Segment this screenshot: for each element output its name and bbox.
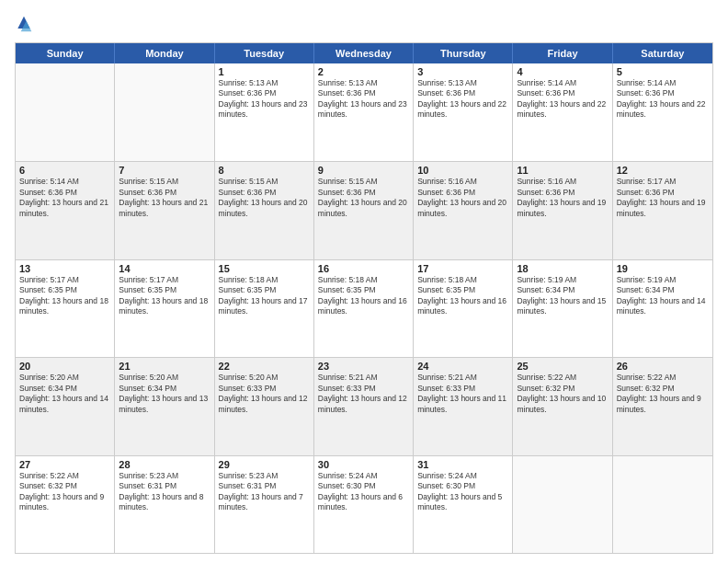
header-day-thursday: Thursday <box>414 43 513 63</box>
cal-cell <box>513 456 612 553</box>
cell-details: Sunrise: 5:19 AMSunset: 6:34 PMDaylight:… <box>617 275 709 317</box>
cal-cell: 11Sunrise: 5:16 AMSunset: 6:36 PMDayligh… <box>513 162 612 259</box>
cell-details: Sunrise: 5:14 AMSunset: 6:36 PMDaylight:… <box>617 78 709 121</box>
day-number: 3 <box>417 66 508 77</box>
cal-cell: 3Sunrise: 5:13 AMSunset: 6:36 PMDaylight… <box>414 63 513 161</box>
cell-details: Sunrise: 5:23 AMSunset: 6:31 PMDaylight:… <box>219 471 310 513</box>
day-number: 11 <box>517 165 608 176</box>
cal-cell: 4Sunrise: 5:14 AMSunset: 6:36 PMDaylight… <box>513 63 612 161</box>
cell-details: Sunrise: 5:14 AMSunset: 6:36 PMDaylight:… <box>19 177 110 219</box>
cal-row: 13Sunrise: 5:17 AMSunset: 6:35 PMDayligh… <box>16 259 712 357</box>
cal-row: 1Sunrise: 5:13 AMSunset: 6:36 PMDaylight… <box>16 63 712 161</box>
day-number: 4 <box>517 66 608 77</box>
day-number: 23 <box>318 361 409 372</box>
day-number: 29 <box>219 459 310 470</box>
cell-details: Sunrise: 5:17 AMSunset: 6:35 PMDaylight:… <box>119 275 210 317</box>
cal-cell: 2Sunrise: 5:13 AMSunset: 6:36 PMDaylight… <box>314 63 414 161</box>
cal-cell: 20Sunrise: 5:20 AMSunset: 6:34 PMDayligh… <box>16 358 115 454</box>
cal-cell <box>613 456 712 553</box>
cal-cell: 23Sunrise: 5:21 AMSunset: 6:33 PMDayligh… <box>314 358 414 454</box>
logo <box>15 15 37 33</box>
day-number: 12 <box>617 165 709 176</box>
day-number: 6 <box>19 165 110 176</box>
cell-details: Sunrise: 5:24 AMSunset: 6:30 PMDaylight:… <box>318 471 409 513</box>
cell-details: Sunrise: 5:14 AMSunset: 6:36 PMDaylight:… <box>517 78 608 121</box>
day-number: 31 <box>417 459 508 470</box>
day-number: 2 <box>318 66 409 77</box>
cal-cell: 28Sunrise: 5:23 AMSunset: 6:31 PMDayligh… <box>115 456 214 553</box>
cal-cell: 6Sunrise: 5:14 AMSunset: 6:36 PMDaylight… <box>16 162 115 259</box>
cal-cell: 16Sunrise: 5:18 AMSunset: 6:35 PMDayligh… <box>314 260 414 357</box>
cell-details: Sunrise: 5:23 AMSunset: 6:31 PMDaylight:… <box>119 471 210 513</box>
cell-details: Sunrise: 5:13 AMSunset: 6:36 PMDaylight:… <box>318 78 409 121</box>
cal-cell: 15Sunrise: 5:18 AMSunset: 6:35 PMDayligh… <box>215 260 314 357</box>
cal-row: 6Sunrise: 5:14 AMSunset: 6:36 PMDaylight… <box>16 161 712 259</box>
cal-cell: 25Sunrise: 5:22 AMSunset: 6:32 PMDayligh… <box>513 358 612 454</box>
cal-cell: 12Sunrise: 5:17 AMSunset: 6:36 PMDayligh… <box>613 162 712 259</box>
cal-cell: 22Sunrise: 5:20 AMSunset: 6:33 PMDayligh… <box>215 358 314 454</box>
day-number: 25 <box>517 361 608 372</box>
cal-cell: 14Sunrise: 5:17 AMSunset: 6:35 PMDayligh… <box>115 260 214 357</box>
cell-details: Sunrise: 5:19 AMSunset: 6:34 PMDaylight:… <box>517 275 608 317</box>
day-number: 13 <box>19 263 110 274</box>
header <box>15 15 713 33</box>
day-number: 21 <box>119 361 210 372</box>
cell-details: Sunrise: 5:20 AMSunset: 6:34 PMDaylight:… <box>19 373 110 415</box>
calendar-body: 1Sunrise: 5:13 AMSunset: 6:36 PMDaylight… <box>16 63 712 553</box>
cell-details: Sunrise: 5:22 AMSunset: 6:32 PMDaylight:… <box>617 373 709 415</box>
cal-row: 20Sunrise: 5:20 AMSunset: 6:34 PMDayligh… <box>16 357 712 454</box>
cal-cell: 24Sunrise: 5:21 AMSunset: 6:33 PMDayligh… <box>414 358 513 454</box>
day-number: 15 <box>219 263 310 274</box>
calendar-header: SundayMondayTuesdayWednesdayThursdayFrid… <box>16 43 712 63</box>
day-number: 24 <box>417 361 508 372</box>
header-day-wednesday: Wednesday <box>314 43 414 63</box>
day-number: 19 <box>617 263 709 274</box>
cal-cell: 29Sunrise: 5:23 AMSunset: 6:31 PMDayligh… <box>215 456 314 553</box>
cell-details: Sunrise: 5:13 AMSunset: 6:36 PMDaylight:… <box>417 78 508 121</box>
cell-details: Sunrise: 5:20 AMSunset: 6:34 PMDaylight:… <box>119 373 210 415</box>
cal-cell: 1Sunrise: 5:13 AMSunset: 6:36 PMDaylight… <box>215 63 314 161</box>
cell-details: Sunrise: 5:18 AMSunset: 6:35 PMDaylight:… <box>417 275 508 317</box>
cell-details: Sunrise: 5:15 AMSunset: 6:36 PMDaylight:… <box>119 177 210 219</box>
day-number: 30 <box>318 459 409 470</box>
page: SundayMondayTuesdayWednesdayThursdayFrid… <box>0 0 728 563</box>
day-number: 8 <box>219 165 310 176</box>
cell-details: Sunrise: 5:16 AMSunset: 6:36 PMDaylight:… <box>417 177 508 219</box>
cal-cell: 21Sunrise: 5:20 AMSunset: 6:34 PMDayligh… <box>115 358 214 454</box>
day-number: 5 <box>617 66 709 77</box>
day-number: 26 <box>617 361 709 372</box>
cell-details: Sunrise: 5:13 AMSunset: 6:36 PMDaylight:… <box>219 78 310 121</box>
day-number: 10 <box>417 165 508 176</box>
header-day-saturday: Saturday <box>613 43 712 63</box>
cell-details: Sunrise: 5:17 AMSunset: 6:35 PMDaylight:… <box>19 275 110 317</box>
cell-details: Sunrise: 5:20 AMSunset: 6:33 PMDaylight:… <box>219 373 310 415</box>
cell-details: Sunrise: 5:18 AMSunset: 6:35 PMDaylight:… <box>219 275 310 317</box>
cell-details: Sunrise: 5:18 AMSunset: 6:35 PMDaylight:… <box>318 275 409 317</box>
cell-details: Sunrise: 5:15 AMSunset: 6:36 PMDaylight:… <box>219 177 310 219</box>
cal-cell: 19Sunrise: 5:19 AMSunset: 6:34 PMDayligh… <box>613 260 712 357</box>
header-day-tuesday: Tuesday <box>215 43 314 63</box>
cell-details: Sunrise: 5:22 AMSunset: 6:32 PMDaylight:… <box>19 471 110 513</box>
cal-cell: 13Sunrise: 5:17 AMSunset: 6:35 PMDayligh… <box>16 260 115 357</box>
cal-cell: 7Sunrise: 5:15 AMSunset: 6:36 PMDaylight… <box>115 162 214 259</box>
header-day-sunday: Sunday <box>16 43 115 63</box>
cell-details: Sunrise: 5:24 AMSunset: 6:30 PMDaylight:… <box>417 471 508 513</box>
day-number: 9 <box>318 165 409 176</box>
day-number: 27 <box>19 459 110 470</box>
day-number: 22 <box>219 361 310 372</box>
cell-details: Sunrise: 5:21 AMSunset: 6:33 PMDaylight:… <box>417 373 508 415</box>
cal-cell <box>16 63 115 161</box>
day-number: 17 <box>417 263 508 274</box>
cell-details: Sunrise: 5:22 AMSunset: 6:32 PMDaylight:… <box>517 373 608 415</box>
cal-cell <box>115 63 214 161</box>
cal-cell: 26Sunrise: 5:22 AMSunset: 6:32 PMDayligh… <box>613 358 712 454</box>
cell-details: Sunrise: 5:15 AMSunset: 6:36 PMDaylight:… <box>318 177 409 219</box>
day-number: 28 <box>119 459 210 470</box>
cell-details: Sunrise: 5:21 AMSunset: 6:33 PMDaylight:… <box>318 373 409 415</box>
cal-row: 27Sunrise: 5:22 AMSunset: 6:32 PMDayligh… <box>16 455 712 553</box>
cal-cell: 30Sunrise: 5:24 AMSunset: 6:30 PMDayligh… <box>314 456 414 553</box>
cal-cell: 5Sunrise: 5:14 AMSunset: 6:36 PMDaylight… <box>613 63 712 161</box>
logo-icon <box>15 15 33 33</box>
cal-cell: 31Sunrise: 5:24 AMSunset: 6:30 PMDayligh… <box>414 456 513 553</box>
day-number: 18 <box>517 263 608 274</box>
